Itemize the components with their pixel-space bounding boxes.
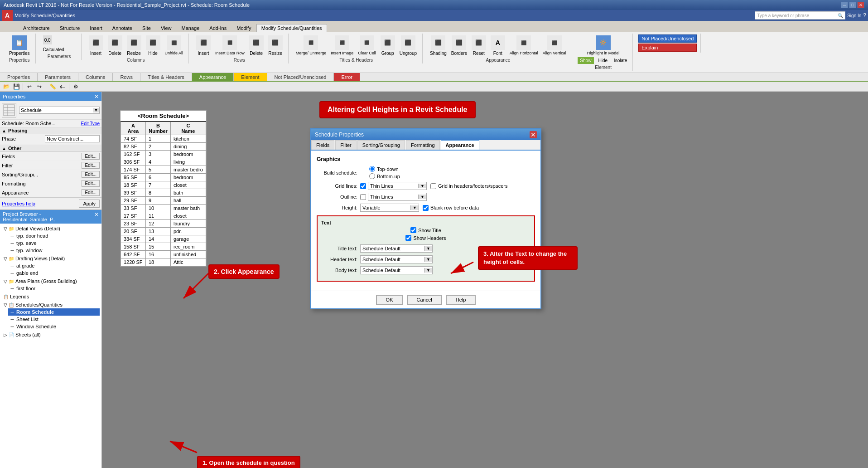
rows-resize-button[interactable]: ⬛Resize xyxy=(266,34,285,57)
filter-edit-button[interactable]: Edit... xyxy=(82,162,100,169)
tab-addins[interactable]: Add-Ins xyxy=(204,24,231,32)
schedule-dropdown-button[interactable]: ▼ xyxy=(93,108,99,112)
search-input[interactable]: Type a keyword or phrase xyxy=(757,13,838,18)
clear-cell-button[interactable]: ⬛Clear Cell xyxy=(356,34,378,57)
project-browser-close-button[interactable]: ✕ xyxy=(94,211,99,222)
columns-insert-button[interactable]: ⬛Insert xyxy=(87,34,105,57)
toolbar-save-button[interactable]: 💾 xyxy=(12,83,21,91)
height-select[interactable]: Variable ▼ xyxy=(360,204,419,212)
error-button[interactable]: Explain xyxy=(638,44,697,52)
tree-item-eave[interactable]: ─typ. eave xyxy=(8,239,100,247)
tree-item-door-head[interactable]: ─typ. door head xyxy=(8,232,100,239)
tree-item-first-floor[interactable]: ─first floor xyxy=(8,285,100,292)
tab-appearance[interactable]: Appearance xyxy=(441,140,479,150)
tab-view[interactable]: View xyxy=(156,24,177,32)
tab-modify[interactable]: Modify xyxy=(231,24,256,32)
outline-dropdown-button[interactable]: ▼ xyxy=(418,195,426,199)
detail-views-row[interactable]: ▽ 📁 Detail Views (Detail) xyxy=(2,225,100,232)
align-vertical-button[interactable]: ⬛Align Vertical xyxy=(541,34,568,57)
tab-architecture[interactable]: Architecture xyxy=(18,24,55,32)
properties-button[interactable]: 📋 Properties xyxy=(7,34,32,57)
format-unit-button[interactable]: 0.0 xyxy=(41,34,54,45)
close-button[interactable]: ✕ xyxy=(857,2,864,8)
group-button[interactable]: ⬛Group xyxy=(379,34,397,57)
fields-edit-button[interactable]: Edit... xyxy=(82,153,100,160)
appearance-edit-button[interactable]: Edit... xyxy=(82,189,100,196)
window-controls[interactable]: ─ □ ✕ xyxy=(841,2,864,8)
minimize-button[interactable]: ─ xyxy=(841,2,848,8)
formatting-edit-button[interactable]: Edit... xyxy=(82,180,100,187)
columns-delete-button[interactable]: ⬛Delete xyxy=(106,34,124,57)
properties-close-button[interactable]: ✕ xyxy=(94,93,99,100)
sheets-toggle[interactable]: ▷ xyxy=(3,332,8,337)
reset-button[interactable]: ⬛Reset xyxy=(470,34,488,57)
tab-modify-schedule[interactable]: Modify Schedule/Quantities xyxy=(256,24,327,32)
tab-site[interactable]: Site xyxy=(137,24,156,32)
detail-views-toggle[interactable]: ▽ xyxy=(3,226,8,231)
body-text-dropdown[interactable]: ▼ xyxy=(424,268,432,273)
drafting-views-row[interactable]: ▽ 📁 Drafting Views (Detail) xyxy=(2,255,100,262)
toolbar-settings-button[interactable]: ⚙ xyxy=(71,83,80,91)
rows-insert-data-button[interactable]: ⬛Insert Data Row xyxy=(213,34,246,57)
align-horizontal-button[interactable]: ⬛Align Horizontal xyxy=(508,34,540,57)
tree-item-gable[interactable]: ─gable end xyxy=(8,269,100,277)
columns-unhideall-button[interactable]: ⬛Unhide All xyxy=(163,34,185,57)
blank-row-checkbox[interactable] xyxy=(423,205,429,211)
restore-button[interactable]: □ xyxy=(849,2,856,8)
tab-insert[interactable]: Insert xyxy=(85,24,107,32)
columns-resize-button[interactable]: ⬛Resize xyxy=(125,34,143,57)
help-icon[interactable]: ? xyxy=(863,12,866,19)
insert-image-button[interactable]: ⬛Insert Image xyxy=(329,34,355,57)
header-text-dropdown[interactable]: ▼ xyxy=(424,257,432,262)
dialog-close-button[interactable]: ✕ xyxy=(530,131,537,138)
ok-button[interactable]: OK xyxy=(376,295,403,305)
shading-button[interactable]: ⬛Shading xyxy=(428,34,448,57)
tree-item-sheet-list[interactable]: ─Sheet List xyxy=(8,316,100,323)
title-text-select[interactable]: Schedule Default ▼ xyxy=(360,244,433,253)
calculated-button[interactable]: Calculated xyxy=(41,46,66,53)
cancel-button[interactable]: Cancel xyxy=(407,295,442,305)
hide-elem-button[interactable]: Hide xyxy=(595,57,611,64)
search-box[interactable]: Type a keyword or phrase 🔍 xyxy=(755,11,845,20)
top-down-radio[interactable] xyxy=(369,166,375,172)
schedules-row[interactable]: ▽ 📋 Schedules/Quantities xyxy=(2,301,100,308)
sheets-row[interactable]: ▷ 📄 Sheets (all) xyxy=(2,331,100,338)
tree-item-window[interactable]: ─typ. window xyxy=(8,247,100,254)
toolbar-undo-button[interactable]: ↩ xyxy=(25,83,34,91)
sorting-edit-button[interactable]: Edit... xyxy=(82,171,100,178)
columns-hide-button[interactable]: ⬛Hide xyxy=(144,34,162,57)
grid-lines-checkbox[interactable] xyxy=(360,183,366,189)
bottom-up-radio[interactable] xyxy=(369,173,375,179)
phasing-toggle[interactable]: ▲ xyxy=(2,128,6,133)
title-text-dropdown[interactable]: ▼ xyxy=(424,246,432,251)
tree-item-room-schedule[interactable]: ─Room Schedule xyxy=(8,308,100,316)
legends-row[interactable]: 📋 Legends xyxy=(2,293,100,300)
height-dropdown-button[interactable]: ▼ xyxy=(410,205,419,210)
tree-item-window-schedule[interactable]: ─Window Schedule xyxy=(8,323,100,330)
area-plans-toggle[interactable]: ▽ xyxy=(3,278,8,284)
grid-lines-dropdown-button[interactable]: ▼ xyxy=(418,184,426,188)
show-headers-checkbox[interactable] xyxy=(405,235,411,241)
header-text-select[interactable]: Schedule Default ▼ xyxy=(360,255,433,263)
font-button[interactable]: AFont xyxy=(489,34,507,57)
tab-fields[interactable]: Fields xyxy=(311,140,334,150)
show-button[interactable]: Show xyxy=(578,57,594,64)
sign-in[interactable]: Sign In xyxy=(847,13,861,18)
apply-button[interactable]: Apply xyxy=(79,200,100,208)
highlight-model-button[interactable]: 🔆 Highlight in Model xyxy=(578,34,629,56)
schedules-toggle[interactable]: ▽ xyxy=(3,302,8,307)
grid-lines-select[interactable]: Thin Lines ▼ xyxy=(368,182,427,190)
tab-filter[interactable]: Filter xyxy=(335,140,356,150)
tab-structure[interactable]: Structure xyxy=(55,24,85,32)
search-icon[interactable]: 🔍 xyxy=(838,13,843,18)
toolbar-measure-button[interactable]: 📏 xyxy=(48,83,57,91)
show-title-checkbox[interactable] xyxy=(410,227,416,233)
tab-formatting[interactable]: Formatting xyxy=(406,140,440,150)
help-button[interactable]: Help xyxy=(446,295,476,305)
rows-delete-button[interactable]: ⬛Delete xyxy=(247,34,265,57)
area-plans-row[interactable]: ▽ 📁 Area Plans (Gross Building) xyxy=(2,278,100,285)
tree-item-grade[interactable]: ─at grade xyxy=(8,262,100,269)
phase-value[interactable]: New Construct... xyxy=(45,135,100,142)
toolbar-redo-button[interactable]: ↪ xyxy=(35,83,44,91)
grid-in-headers-checkbox[interactable] xyxy=(430,183,436,189)
